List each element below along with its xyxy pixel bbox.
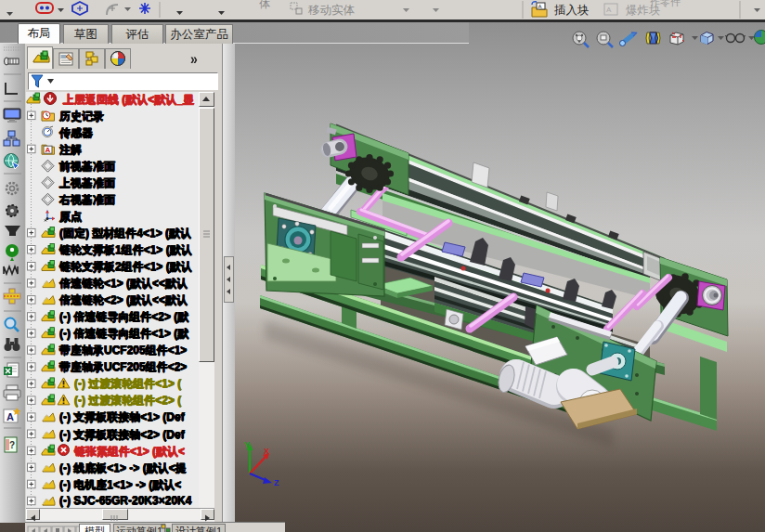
svg-text:作零件: 作零件	[650, 0, 681, 7]
svg-text:Y: Y	[244, 440, 250, 449]
svg-text:X: X	[264, 447, 269, 456]
svg-text:移动实体: 移动实体	[308, 4, 356, 17]
svg-text:体: 体	[259, 0, 270, 10]
svg-text:插入块: 插入块	[554, 4, 590, 17]
svg-text:A: A	[538, 4, 542, 9]
svg-text:?: ?	[9, 440, 15, 450]
svg-text:A: A	[45, 146, 51, 154]
svg-text:A: A	[6, 411, 14, 422]
svg-text:Z: Z	[274, 478, 279, 487]
svg-text:A: A	[606, 6, 612, 14]
